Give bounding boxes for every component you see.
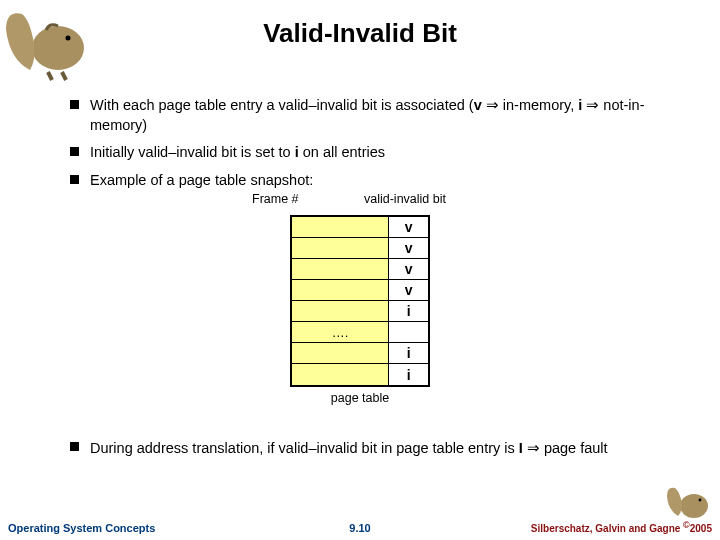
bullet-icon [70, 147, 79, 156]
footer-credits: Silberschatz, Galvin and Gagne [531, 523, 683, 534]
frame-cell [292, 364, 389, 385]
frame-cell [292, 280, 389, 300]
table-row: v [292, 217, 428, 238]
bit-cell: v [389, 238, 428, 258]
arrow-icon: ⇒ [586, 97, 599, 113]
bullet-icon [70, 100, 79, 109]
frame-cell [292, 259, 389, 279]
bullet-item: Initially valid–invalid bit is set to i … [70, 143, 660, 163]
bit-cell: i [389, 343, 428, 363]
bullet-item: Example of a page table snapshot: [70, 171, 660, 191]
table-row-ellipsis: …. [292, 322, 428, 343]
table-row: i [292, 364, 428, 385]
table-row: v [292, 259, 428, 280]
text: in-memory, [499, 97, 579, 113]
bit-cell: v [389, 280, 428, 300]
text-bold: I [519, 440, 523, 456]
bit-cell: v [389, 217, 428, 237]
arrow-icon: ⇒ [486, 97, 499, 113]
bullet-icon [70, 442, 79, 451]
copyright-icon: © [683, 520, 690, 530]
footer-right: Silberschatz, Galvin and Gagne ©2005 [531, 520, 712, 534]
table-row: v [292, 280, 428, 301]
dinosaur-image-small [664, 482, 710, 522]
text-bold: v [474, 97, 482, 113]
bit-cell: v [389, 259, 428, 279]
lower-bullet: During address translation, if valid–inv… [70, 438, 660, 459]
bit-cell: i [389, 301, 428, 321]
table-row: i [292, 301, 428, 322]
page-title: Valid-Invalid Bit [0, 18, 720, 49]
frame-cell [292, 343, 389, 363]
text: page fault [540, 440, 608, 456]
text-bold: i [578, 97, 582, 113]
table-row: i [292, 343, 428, 364]
text: With each page table entry a valid–inval… [90, 97, 474, 113]
table-caption: page table [331, 391, 389, 405]
bullet-item: During address translation, if valid–inv… [70, 438, 660, 459]
table-header-row: Frame # valid-invalid bit [230, 192, 490, 212]
column-header-vib: valid-invalid bit [364, 192, 446, 206]
frame-cell [292, 238, 389, 258]
frame-cell [292, 301, 389, 321]
svg-point-2 [680, 494, 708, 518]
text: Example of a page table snapshot: [90, 172, 313, 188]
bit-cell [389, 322, 428, 342]
svg-point-3 [699, 499, 702, 502]
text: During address translation, if valid–inv… [90, 440, 519, 456]
bit-cell: i [389, 364, 428, 385]
table-row: v [292, 238, 428, 259]
page-table: v v v v i …. i [290, 215, 430, 387]
text: Initially valid–invalid bit is set to [90, 144, 295, 160]
frame-cell [292, 217, 389, 237]
page-table-diagram: Frame # valid-invalid bit v v v v i [0, 192, 720, 405]
bullet-icon [70, 175, 79, 184]
bullet-list: With each page table entry a valid–inval… [70, 96, 660, 198]
arrow-icon: ⇒ [527, 440, 540, 456]
frame-cell-ellipsis: …. [292, 322, 389, 342]
slide: Valid-Invalid Bit With each page table e… [0, 0, 720, 540]
text: on all entries [299, 144, 385, 160]
footer-year: 2005 [690, 523, 712, 534]
column-header-frame: Frame # [252, 192, 299, 206]
bullet-item: With each page table entry a valid–inval… [70, 96, 660, 135]
